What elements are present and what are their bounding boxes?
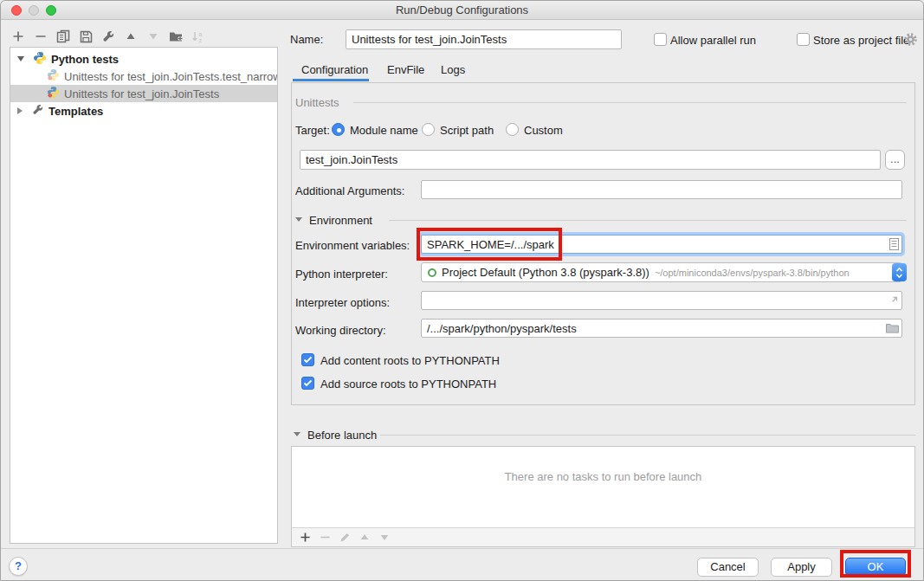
allow-parallel-run-checkbox[interactable] bbox=[654, 33, 667, 46]
tree-item-templates[interactable]: Templates bbox=[10, 102, 277, 119]
radio-module-name-label: Module name bbox=[350, 124, 418, 137]
radio-custom[interactable] bbox=[506, 123, 519, 136]
chevron-right-icon[interactable] bbox=[17, 107, 23, 114]
edit-environment-variables-icon[interactable] bbox=[889, 238, 899, 253]
interpreter-options-input[interactable] bbox=[421, 291, 902, 310]
tree-item-label: Unittests for test_join.JoinTests bbox=[64, 87, 219, 100]
tab-configuration[interactable]: Configuration bbox=[301, 63, 368, 76]
save-icon[interactable] bbox=[79, 29, 93, 43]
tree-item-label: Python tests bbox=[51, 53, 119, 66]
move-task-down-icon bbox=[378, 531, 391, 545]
expand-field-icon[interactable] bbox=[889, 294, 900, 307]
environment-variables-label: Environment variables: bbox=[295, 239, 410, 252]
interpreter-options-label: Interpreter options: bbox=[295, 296, 390, 309]
gear-icon bbox=[904, 33, 917, 48]
environment-variables-input[interactable] bbox=[421, 235, 902, 254]
move-up-icon[interactable] bbox=[124, 29, 138, 43]
collapse-before-launch-icon[interactable] bbox=[294, 432, 300, 436]
add-content-roots-checkbox[interactable] bbox=[301, 353, 314, 366]
python-test-config-icon bbox=[47, 68, 60, 84]
radio-script-path[interactable] bbox=[422, 123, 435, 136]
additional-arguments-label: Additional Arguments: bbox=[295, 184, 404, 197]
section-divider bbox=[353, 102, 907, 103]
edit-task-icon bbox=[338, 531, 352, 545]
apply-button[interactable]: Apply bbox=[771, 558, 832, 577]
configurations-tree: Python tests Unittests for test_join.Joi… bbox=[10, 47, 278, 544]
working-directory-input[interactable] bbox=[421, 319, 902, 338]
help-button[interactable]: ? bbox=[9, 557, 28, 576]
svg-text:z: z bbox=[199, 37, 203, 43]
new-folder-icon[interactable] bbox=[169, 29, 183, 43]
environment-section-title: Environment bbox=[309, 214, 372, 227]
tab-logs[interactable]: Logs bbox=[441, 63, 465, 76]
unittests-section-title: Unittests bbox=[295, 96, 339, 109]
collapse-environment-icon[interactable] bbox=[295, 217, 302, 222]
chevron-down-icon[interactable] bbox=[17, 56, 24, 61]
python-interpreter-value: Project Default (Python 3.8 (pyspark-3.8… bbox=[442, 266, 649, 279]
svg-text:a: a bbox=[199, 30, 203, 36]
section-divider bbox=[389, 220, 907, 221]
target-label: Target: bbox=[295, 124, 330, 137]
tree-item-label: Templates bbox=[48, 105, 103, 118]
python-test-config-icon bbox=[47, 86, 60, 101]
python-tests-icon bbox=[33, 51, 47, 68]
active-tab-indicator bbox=[293, 79, 369, 81]
tree-item-python-tests[interactable]: Python tests bbox=[10, 50, 277, 68]
name-input[interactable] bbox=[346, 29, 622, 49]
title-bar: Run/Debug Configurations bbox=[1, 1, 923, 20]
store-as-project-file-label: Store as project file bbox=[813, 34, 909, 47]
python-interpreter-label: Python interpreter: bbox=[295, 268, 388, 281]
browse-button[interactable]: ... bbox=[885, 150, 905, 170]
add-content-roots-label: Add content roots to PYTHONPATH bbox=[320, 354, 500, 367]
interpreter-stepper-control[interactable] bbox=[892, 263, 907, 281]
section-divider bbox=[380, 435, 915, 436]
move-task-up-icon bbox=[358, 531, 372, 545]
before-launch-toolbar bbox=[292, 527, 914, 546]
configurations-toolbar: az bbox=[11, 29, 205, 44]
working-directory-label: Working directory: bbox=[295, 324, 386, 337]
folder-icon[interactable] bbox=[886, 322, 899, 336]
ok-button[interactable]: OK bbox=[845, 558, 906, 577]
sort-alphabetically-icon: az bbox=[191, 29, 205, 43]
tree-item-unittests-jointests[interactable]: Unittests for test_join.JoinTests bbox=[10, 85, 277, 102]
run-debug-configurations-dialog: Run/Debug Configurations az Pyth bbox=[0, 0, 924, 581]
remove-task-icon bbox=[318, 531, 332, 545]
tree-item-unittests-test-narrow[interactable]: Unittests for test_join.JoinTests.test_n… bbox=[10, 68, 277, 85]
python-interpreter-select[interactable]: Project Default (Python 3.8 (pyspark-3.8… bbox=[421, 262, 902, 282]
conda-environment-icon bbox=[428, 268, 436, 277]
tab-envfile[interactable]: EnvFile bbox=[387, 63, 424, 76]
python-interpreter-path: ~/opt/miniconda3/envs/pyspark-3.8/bin/py… bbox=[655, 268, 850, 278]
radio-custom-label: Custom bbox=[524, 124, 563, 137]
store-as-project-file-checkbox[interactable] bbox=[797, 33, 810, 46]
add-icon[interactable] bbox=[11, 29, 25, 43]
tree-item-label: Unittests for test_join.JoinTests.test_n… bbox=[64, 70, 277, 83]
footer-divider bbox=[1, 548, 923, 549]
radio-script-path-label: Script path bbox=[440, 124, 494, 137]
remove-icon[interactable] bbox=[34, 29, 48, 43]
target-module-input[interactable] bbox=[300, 150, 881, 170]
move-down-icon bbox=[146, 29, 160, 43]
window-title: Run/Debug Configurations bbox=[1, 1, 923, 19]
radio-module-name[interactable] bbox=[332, 123, 345, 136]
add-source-roots-checkbox[interactable] bbox=[301, 377, 314, 390]
additional-arguments-input[interactable] bbox=[421, 180, 902, 199]
copy-icon[interactable] bbox=[56, 29, 70, 43]
templates-icon bbox=[32, 104, 44, 119]
add-task-icon[interactable] bbox=[298, 531, 312, 545]
allow-parallel-run-label: Allow parallel run bbox=[670, 34, 756, 47]
cancel-button[interactable]: Cancel bbox=[697, 558, 759, 577]
before-launch-section-title: Before launch bbox=[307, 429, 377, 442]
before-launch-empty-message: There are no tasks to run before launch bbox=[291, 470, 915, 483]
name-label: Name: bbox=[290, 33, 323, 46]
add-source-roots-label: Add source roots to PYTHONPATH bbox=[320, 378, 496, 391]
edit-templates-icon[interactable] bbox=[101, 29, 115, 43]
